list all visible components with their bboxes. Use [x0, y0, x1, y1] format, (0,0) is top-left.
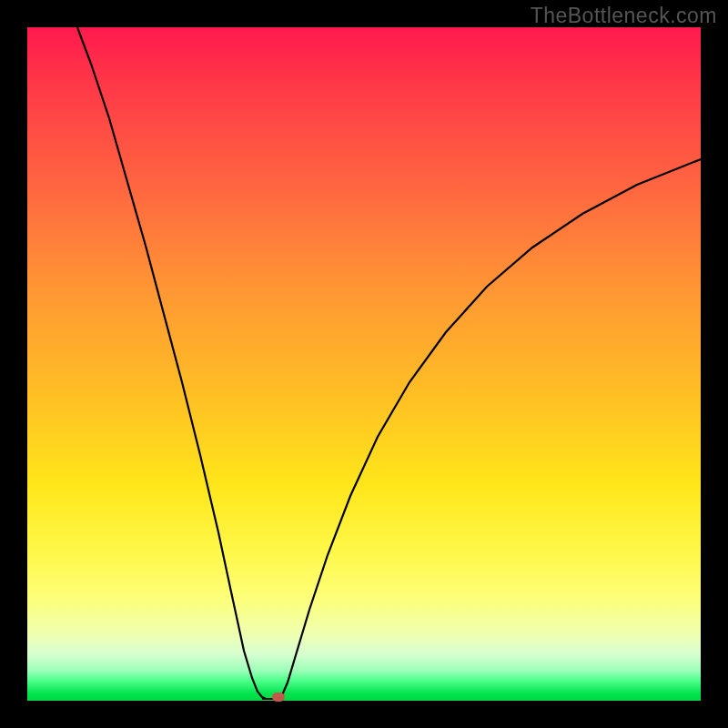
plot-area	[27, 27, 701, 701]
curve-path	[77, 27, 701, 699]
chart-frame: TheBottleneck.com	[0, 0, 728, 728]
watermark-text: TheBottleneck.com	[531, 4, 717, 28]
optimum-marker	[272, 693, 285, 702]
bottleneck-curve	[27, 27, 701, 701]
